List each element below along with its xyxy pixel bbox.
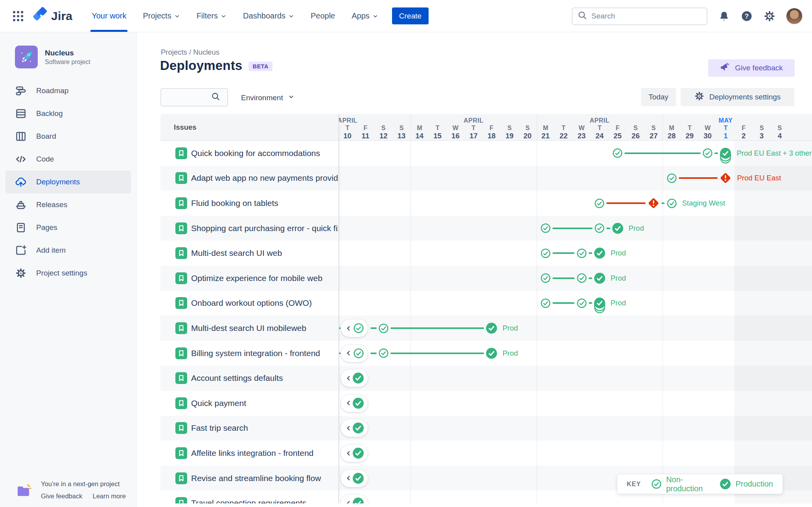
deployments-icon bbox=[15, 176, 27, 188]
collapsed-deployments-pill[interactable] bbox=[341, 494, 368, 503]
create-button[interactable]: Create bbox=[392, 7, 429, 24]
alert-icon[interactable] bbox=[647, 197, 660, 209]
collapsed-deployments-pill[interactable] bbox=[341, 469, 368, 487]
sidebar-item-roadmap[interactable]: Roadmap bbox=[6, 79, 131, 102]
user-avatar[interactable] bbox=[786, 8, 803, 24]
issue-row-quick-booking-for-accommodations[interactable]: Quick booking for accommodations bbox=[160, 141, 339, 166]
issue-row-onboard-workout-options-owo[interactable]: Onboard workout options (OWO) bbox=[160, 291, 339, 316]
check-filled-icon[interactable] bbox=[594, 247, 606, 259]
breadcrumb: Projects / Nucleus bbox=[161, 48, 219, 57]
issue-row-fast-trip-search[interactable]: Fast trip search bbox=[160, 416, 339, 441]
check-filled-icon[interactable] bbox=[486, 347, 497, 359]
learn-more-link[interactable]: Learn more bbox=[92, 492, 125, 500]
collapsed-deployments-pill[interactable] bbox=[341, 419, 368, 437]
project-header: Nucleus Software project bbox=[0, 32, 136, 68]
day-number-label: 21 bbox=[541, 132, 550, 140]
issue-row-quick-payment[interactable]: Quick payment bbox=[160, 391, 339, 416]
check-outline-icon[interactable] bbox=[702, 148, 713, 158]
global-search-input[interactable] bbox=[591, 12, 702, 20]
issue-row-optimize-experience-for-mobile-web[interactable]: Optimize experience for mobile web bbox=[160, 266, 339, 291]
check-outline-icon[interactable] bbox=[667, 173, 677, 184]
nav-item-filters[interactable]: Filters bbox=[188, 0, 235, 32]
check-filled-icon[interactable] bbox=[612, 222, 624, 234]
sidebar-item-add-item[interactable]: Add item bbox=[6, 239, 131, 262]
collapsed-deployments-pill[interactable] bbox=[341, 319, 368, 337]
app-switcher-icon[interactable] bbox=[11, 9, 25, 23]
story-icon bbox=[175, 347, 187, 359]
alert-icon[interactable] bbox=[719, 172, 732, 184]
sidebar-item-deployments[interactable]: Deployments bbox=[6, 171, 131, 193]
story-icon bbox=[175, 247, 187, 259]
nav-item-people[interactable]: People bbox=[302, 0, 343, 32]
story-icon bbox=[175, 272, 187, 284]
issue-row-billing-system-integration-frontend[interactable]: Billing system integration - frontend bbox=[160, 341, 339, 366]
issue-row-multi-dest-search-ui-mobileweb[interactable]: Multi-dest search UI mobileweb bbox=[160, 316, 339, 341]
environment-dropdown[interactable]: Environment bbox=[241, 90, 295, 105]
deployment-environment-label: Prod bbox=[611, 249, 626, 257]
sidebar-item-project-settings[interactable]: Project settings bbox=[6, 262, 131, 285]
code-icon bbox=[15, 153, 27, 165]
notifications-icon[interactable] bbox=[718, 10, 730, 22]
check-filled-icon[interactable] bbox=[486, 322, 497, 334]
check-filled-icon[interactable] bbox=[594, 272, 606, 284]
issue-row-revise-and-streamline-booking-flow[interactable]: Revise and streamline booking flow bbox=[160, 466, 339, 491]
sidebar-item-backlog[interactable]: Backlog bbox=[6, 102, 131, 125]
collapsed-deployments-pill[interactable] bbox=[341, 344, 368, 362]
issue-row-fluid-booking-on-tablets[interactable]: Fluid booking on tablets bbox=[160, 191, 339, 216]
check-outline-icon[interactable] bbox=[540, 248, 551, 259]
issue-row-multi-dest-search-ui-web[interactable]: Multi-dest search UI web bbox=[160, 241, 339, 266]
day-of-week-label: S bbox=[381, 125, 386, 132]
issue-row-account-settings-defaults[interactable]: Account settings defaults bbox=[160, 366, 339, 391]
chevron-left-icon bbox=[345, 475, 352, 481]
nav-item-apps[interactable]: Apps bbox=[343, 0, 387, 32]
check-outline-icon[interactable] bbox=[378, 323, 389, 334]
sidebar-item-code[interactable]: Code bbox=[6, 148, 131, 171]
check-outline-icon[interactable] bbox=[540, 223, 551, 233]
check-outline-icon[interactable] bbox=[540, 298, 551, 309]
nav-item-dashboards[interactable]: Dashboards bbox=[235, 0, 302, 32]
sidebar-item-board[interactable]: Board bbox=[6, 125, 131, 148]
sidebar-item-releases[interactable]: Releases bbox=[6, 193, 131, 216]
breadcrumb-nucleus[interactable]: Nucleus bbox=[193, 48, 219, 56]
deployment-connector bbox=[606, 202, 646, 204]
collapsed-deployments-pill[interactable] bbox=[341, 394, 368, 412]
today-button[interactable]: Today bbox=[641, 88, 676, 106]
help-icon[interactable]: ? bbox=[740, 10, 753, 22]
global-search[interactable] bbox=[572, 7, 707, 25]
issue-row-shopping-cart-purchasing-error-quick-fix[interactable]: Shopping cart purchasing error - quick f… bbox=[160, 216, 339, 241]
check-stacked-icon[interactable] bbox=[594, 298, 606, 314]
check-outline-icon[interactable] bbox=[594, 223, 605, 233]
sidebar-item-pages[interactable]: Pages bbox=[6, 216, 131, 239]
check-outline-icon[interactable] bbox=[540, 273, 551, 283]
issue-filter-input[interactable] bbox=[161, 93, 210, 102]
topbar-left: Jira Your workProjectsFiltersDashboardsP… bbox=[0, 0, 429, 32]
issue-row-travel-connection-requirements[interactable]: Travel connection requirements bbox=[160, 490, 339, 503]
check-outline-icon[interactable] bbox=[612, 148, 623, 158]
collapsed-deployments-pill[interactable] bbox=[341, 444, 368, 462]
story-icon bbox=[175, 222, 187, 234]
collapsed-deployments-pill[interactable] bbox=[341, 369, 368, 387]
check-outline-icon[interactable] bbox=[576, 248, 587, 259]
issue-row-adapt-web-app-no-new-payments-providers[interactable]: Adapt web app no new payments providers bbox=[160, 166, 339, 191]
check-outline-icon[interactable] bbox=[667, 198, 677, 209]
check-outline-icon[interactable] bbox=[576, 273, 587, 283]
future-date-shading bbox=[735, 141, 812, 503]
deployments-settings-button[interactable]: Deployments settings bbox=[681, 88, 794, 106]
check-stacked-icon[interactable] bbox=[720, 148, 731, 165]
issue-row-affelite-links-integration-frontend[interactable]: Affelite links integration - frontend bbox=[160, 441, 339, 466]
check-outline-icon[interactable] bbox=[594, 198, 605, 209]
settings-icon[interactable] bbox=[763, 10, 776, 22]
day-number-label: 19 bbox=[506, 132, 514, 140]
give-feedback-link[interactable]: Give feedback bbox=[41, 492, 82, 500]
chevron-down-icon bbox=[221, 13, 226, 19]
jira-logo[interactable]: Jira bbox=[31, 7, 72, 25]
check-outline-icon[interactable] bbox=[576, 298, 587, 309]
nav-item-projects[interactable]: Projects bbox=[134, 0, 188, 32]
nav-item-your-work[interactable]: Your work bbox=[83, 0, 134, 32]
breadcrumb-projects[interactable]: Projects bbox=[161, 48, 187, 56]
issue-filter-search[interactable] bbox=[160, 88, 228, 107]
check-outline-icon[interactable] bbox=[378, 348, 389, 358]
folder-sparkle-icon bbox=[16, 483, 32, 499]
give-feedback-button[interactable]: Give feedback bbox=[708, 59, 795, 77]
topbar-right: ? bbox=[572, 0, 812, 32]
